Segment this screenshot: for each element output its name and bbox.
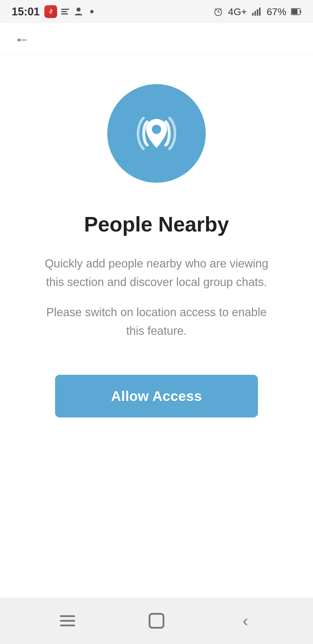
svg-rect-13 xyxy=(254,11,256,16)
page-title: People Nearby xyxy=(84,212,229,237)
svg-rect-18 xyxy=(292,9,298,14)
location-signal-icon xyxy=(128,104,185,162)
status-bar-right: 4G+ 67% xyxy=(213,6,301,17)
back-arrow-icon: ← xyxy=(14,32,29,47)
svg-rect-15 xyxy=(259,8,261,16)
svg-rect-3 xyxy=(61,11,67,12)
signal-icon xyxy=(252,6,262,17)
battery-icon xyxy=(291,6,301,17)
svg-rect-1 xyxy=(50,13,52,13)
person-icon xyxy=(73,6,84,17)
main-content: People Nearby Quickly add people nearby … xyxy=(0,55,313,598)
dot-icon xyxy=(87,6,97,17)
svg-point-19 xyxy=(152,125,161,134)
svg-rect-4 xyxy=(61,13,68,15)
svg-rect-17 xyxy=(300,10,301,13)
status-time: 15:01 xyxy=(12,6,40,18)
back-nav-icon: ‹ xyxy=(243,613,248,629)
allow-access-button[interactable]: Allow Access xyxy=(55,375,258,417)
status-bar: 15:01 xyxy=(0,0,313,23)
svg-point-5 xyxy=(77,8,81,12)
description-primary: Quickly add people nearby who are viewin… xyxy=(41,254,272,291)
back-button[interactable]: ← xyxy=(12,29,32,49)
svg-rect-12 xyxy=(252,13,254,16)
svg-rect-0 xyxy=(49,12,52,12)
bottom-nav: ‹ xyxy=(0,598,313,644)
description-secondary: Please switch on location access to enab… xyxy=(41,303,272,340)
home-icon xyxy=(149,613,164,629)
app-notification-icon xyxy=(44,5,57,18)
svg-rect-14 xyxy=(257,9,258,16)
svg-rect-2 xyxy=(61,9,69,10)
recent-apps-button[interactable] xyxy=(50,609,85,632)
home-button[interactable] xyxy=(139,609,174,632)
svg-point-6 xyxy=(90,10,94,13)
network-label: 4G+ xyxy=(228,6,247,17)
alarm-icon xyxy=(213,6,223,17)
nav-bar: ← xyxy=(0,23,313,55)
recent-apps-icon xyxy=(60,615,75,626)
status-bar-left: 15:01 xyxy=(12,5,97,18)
status-icons-left xyxy=(44,5,97,18)
location-icon-container xyxy=(107,84,206,183)
notification-icon xyxy=(60,6,70,17)
battery-label: 67% xyxy=(267,6,286,17)
back-nav-button[interactable]: ‹ xyxy=(228,609,263,632)
